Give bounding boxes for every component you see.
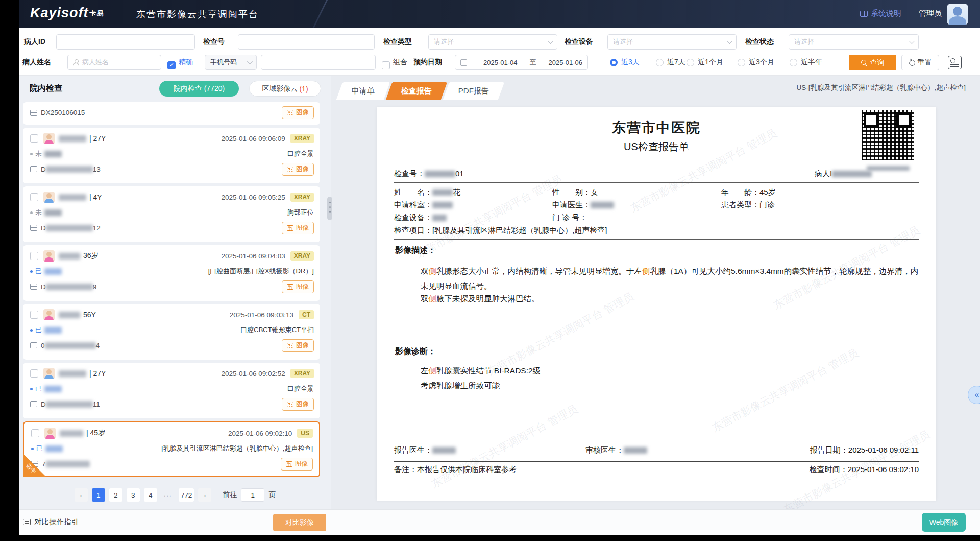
desc-section-title: 影像描述： bbox=[395, 245, 436, 256]
list-item[interactable]: | 4Y 2025-01-06 09:05:25 XRAY 未 胸部正位 D 1… bbox=[23, 186, 320, 242]
status-select[interactable]: 请选择 bbox=[789, 34, 919, 50]
range-option-near3d[interactable]: 近3天 bbox=[610, 55, 640, 70]
exam-time: 2025-01-06 09:04:03 bbox=[221, 252, 285, 260]
user-avatar[interactable] bbox=[947, 4, 968, 25]
view-image-button[interactable]: 图像 bbox=[282, 280, 314, 293]
patient-name-input[interactable]: 病人姓名 bbox=[67, 55, 161, 70]
desc-paragraph-2: 双侧腋下未探及明显肿大淋巴结。 bbox=[421, 294, 540, 304]
field-patient-type: 患者类型：门诊 bbox=[721, 200, 919, 210]
modality-badge: XRAY bbox=[290, 369, 314, 378]
view-image-button[interactable]: 图像 bbox=[282, 222, 314, 234]
redacted-status bbox=[44, 268, 62, 275]
page-button-3[interactable]: 3 bbox=[127, 488, 140, 502]
page-ellipsis[interactable]: ··· bbox=[161, 488, 175, 502]
date-from-value[interactable]: 2025-01-04 bbox=[483, 59, 518, 66]
report-tabs-bar: 申请单 检查报告 PDF报告 US-[乳腺及其引流区淋巴结彩超（乳腺中心）,超声… bbox=[331, 76, 980, 100]
row-checkbox[interactable] bbox=[30, 252, 38, 260]
exact-match-checkbox[interactable] bbox=[167, 61, 176, 69]
tab-request-form[interactable]: 申请单 bbox=[336, 82, 390, 100]
panel-resize-handle[interactable] bbox=[327, 197, 332, 220]
view-image-button[interactable]: 图像 bbox=[282, 106, 314, 119]
goto-page-input[interactable] bbox=[241, 488, 264, 502]
date-range-picker[interactable]: 2025-01-04 至 2025-01-06 bbox=[455, 55, 588, 70]
tab-exam-report[interactable]: 检查报告 bbox=[385, 82, 447, 100]
redacted-status bbox=[44, 386, 62, 392]
list-item[interactable]: | 27Y 2025-01-06 09:06:09 XRAY 未 口腔全景 D … bbox=[23, 128, 320, 183]
redacted-exam-number bbox=[46, 225, 93, 231]
row-checkbox[interactable] bbox=[31, 429, 39, 437]
range-option-near6m[interactable]: 近半年 bbox=[790, 55, 822, 70]
system-help-link[interactable]: 系统说明 bbox=[860, 9, 901, 18]
radio-icon bbox=[790, 59, 797, 66]
modality-badge: XRAY bbox=[290, 193, 314, 202]
view-image-button[interactable]: 图像 bbox=[282, 339, 314, 352]
combo-checkbox[interactable] bbox=[382, 61, 390, 69]
row-checkbox[interactable] bbox=[30, 311, 38, 319]
exam-type-select[interactable]: 请选择 bbox=[428, 34, 557, 50]
phone-input[interactable] bbox=[261, 55, 376, 70]
view-image-button[interactable]: 图像 bbox=[282, 163, 314, 176]
watermark: 东营市影像云共享调阅平台 管理员 bbox=[709, 345, 861, 435]
status-label: 已 bbox=[30, 267, 62, 276]
patient-id-field: 病人I bbox=[815, 169, 872, 179]
compare-guide-link[interactable]: 对比操作指引 bbox=[23, 517, 79, 527]
next-page-button[interactable]: › bbox=[198, 488, 211, 502]
device-select[interactable]: 请选择 bbox=[607, 34, 737, 50]
patient-avatar bbox=[43, 133, 55, 144]
status-label: 已 bbox=[31, 444, 63, 453]
list-item[interactable]: | 27Y 2025-01-06 09:02:52 XRAY 已 口腔全景 D … bbox=[23, 363, 320, 418]
exam-description: 口腔CBCT锥形束CT平扫 bbox=[240, 325, 314, 335]
patient-age: | 27Y bbox=[89, 369, 106, 378]
page-button-1[interactable]: 1 bbox=[92, 488, 105, 502]
list-item[interactable]: 36岁 2025-01-06 09:04:03 XRAY 已 [口腔曲面断层,口… bbox=[23, 245, 320, 301]
search-button[interactable]: 查询 bbox=[849, 55, 896, 70]
field-exam-item: 检查项目：[乳腺及其引流区淋巴结彩超（乳腺中心）,超声检查] bbox=[394, 226, 607, 236]
row-checkbox[interactable] bbox=[30, 193, 38, 201]
list-item-selected[interactable]: | 45岁 2025-01-06 09:02:10 US 已 [乳腺及其引流区淋… bbox=[23, 421, 320, 477]
view-image-button[interactable]: 图像 bbox=[281, 458, 313, 471]
page-button-2[interactable]: 2 bbox=[109, 488, 122, 502]
redacted-name bbox=[60, 430, 83, 437]
range-option-near3m[interactable]: 近3个月 bbox=[738, 55, 774, 70]
prev-page-button[interactable]: ‹ bbox=[75, 488, 88, 502]
date-separator: 至 bbox=[530, 58, 536, 67]
card-view-toggle-icon[interactable] bbox=[948, 56, 962, 69]
image-icon bbox=[287, 402, 293, 407]
report-page: 东营市影像云共享调阅平台 管理员 东营市影像云共享调阅平台 管理员 东营市影像云… bbox=[377, 107, 936, 501]
page-button-4[interactable]: 4 bbox=[144, 488, 157, 502]
search-filter-panel: 病人ID 检查号 检查类型 请选择 检查设备 请选择 检查状态 请选择 病人姓名… bbox=[19, 28, 980, 76]
list-item-partial[interactable]: DX250106015 图像 bbox=[23, 102, 320, 125]
redacted-name bbox=[59, 135, 86, 142]
tab-regional-cloud[interactable]: 区域影像云(1) bbox=[249, 81, 321, 97]
date-to-value[interactable]: 2025-01-06 bbox=[549, 59, 583, 66]
redacted-status bbox=[44, 151, 62, 157]
list-item[interactable]: 56Y 2025-01-06 09:03:13 CT 已 口腔CBCT锥形束CT… bbox=[23, 304, 320, 360]
radio-icon bbox=[656, 59, 664, 66]
exam-number: D bbox=[41, 401, 46, 408]
exam-no-input[interactable] bbox=[238, 34, 375, 50]
tab-pdf-report[interactable]: PDF报告 bbox=[443, 82, 504, 100]
film-icon bbox=[30, 284, 37, 290]
reset-button[interactable]: 重置 bbox=[901, 55, 939, 70]
exam-time: 2025-01-06 09:02:10 bbox=[228, 430, 292, 437]
exam-time: 2025-01-06 09:02:52 bbox=[221, 370, 285, 378]
page-button-last[interactable]: 772 bbox=[179, 488, 194, 502]
row-checkbox[interactable] bbox=[30, 369, 38, 378]
person-icon bbox=[73, 59, 79, 65]
range-option-near1m[interactable]: 近1个月 bbox=[687, 55, 723, 70]
tab-internal-exams[interactable]: 院内检查 (7720) bbox=[159, 81, 239, 97]
range-option-near7d[interactable]: 近7天 bbox=[656, 55, 685, 70]
page-unit-label: 页 bbox=[268, 490, 276, 500]
diag-line-2: 考虑乳腺增生所致可能 bbox=[421, 381, 500, 391]
phone-field-select[interactable]: 手机号码 bbox=[205, 55, 257, 70]
chevron-down-icon bbox=[548, 38, 553, 44]
report-doctor-field: 报告医生： bbox=[394, 445, 585, 455]
compare-images-button[interactable]: 对比影像 bbox=[273, 514, 326, 531]
view-image-button[interactable]: 图像 bbox=[282, 398, 314, 411]
exam-time: 2025-01-06 09:03:13 bbox=[230, 311, 293, 319]
row-checkbox[interactable] bbox=[30, 134, 38, 143]
patient-id-input[interactable] bbox=[56, 34, 195, 50]
radio-icon bbox=[738, 59, 745, 66]
web-image-button[interactable]: Web图像 bbox=[922, 513, 966, 532]
image-icon bbox=[287, 284, 293, 290]
